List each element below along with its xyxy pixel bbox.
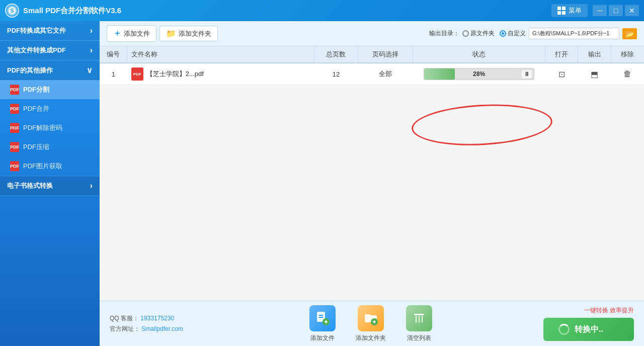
- grid-icon: [557, 7, 566, 15]
- cell-pages: 12: [314, 63, 358, 85]
- menu-button[interactable]: 菜单: [551, 4, 588, 17]
- cell-num: 1: [100, 63, 127, 85]
- col-header-open: 打开: [545, 46, 578, 63]
- bottom-bar: QQ 客服： 1933175230 官方网址： Smallpdfer.com: [100, 301, 644, 346]
- content-area: ＋ 添加文件 📁 添加文件夹 输出目录： 原文件夹: [100, 21, 644, 346]
- sidebar-group-label: PDF的其他操作: [7, 66, 53, 75]
- bottom-clear-button[interactable]: 清空列表: [406, 305, 432, 342]
- svg-rect-8: [374, 320, 375, 323]
- sidebar-group-label: 电子书格式转换: [7, 181, 53, 190]
- add-folder-button[interactable]: 📁 添加文件夹: [159, 26, 218, 41]
- sidebar-item-pdf-merge[interactable]: PDF PDF合并: [0, 99, 100, 118]
- sidebar-item-label: PDF合并: [23, 104, 49, 113]
- website-label: 官方网址：: [110, 325, 140, 332]
- open-file-icon[interactable]: ⊡: [555, 68, 568, 80]
- content-main: ＋ 添加文件 📁 添加文件夹 输出目录： 原文件夹: [100, 21, 644, 301]
- sidebar: PDF转换成其它文件 › 其他文件转换成PDF › PDF的其他操作 ∨ PDF…: [0, 21, 100, 346]
- title-bar: S Small PDF合并分割软件V3.6 菜单 ─ □ ✕: [0, 0, 644, 21]
- sidebar-group-header-ebook[interactable]: 电子书格式转换 ›: [0, 176, 100, 195]
- sidebar-item-label: PDF压缩: [23, 143, 49, 152]
- sidebar-group-pdf-operations: PDF的其他操作 ∨ PDF PDF分割 PDF PDF合并 PDF PDF解除…: [0, 60, 100, 176]
- convert-btn-label: 转换中..: [575, 324, 603, 335]
- sidebar-group-header-to-pdf[interactable]: 其他文件转换成PDF ›: [0, 41, 100, 60]
- remove-file-icon[interactable]: 🗑: [621, 68, 633, 80]
- radio-custom-label: 自定义: [508, 29, 526, 38]
- radio-group: 原文件夹 自定义: [462, 29, 526, 38]
- pdf-merge-icon: PDF: [10, 104, 19, 114]
- toolbar: ＋ 添加文件 📁 添加文件夹 输出目录： 原文件夹: [100, 21, 644, 46]
- svg-rect-10: [416, 316, 417, 323]
- website-info: 官方网址： Smallpdfer.com: [110, 325, 183, 333]
- sidebar-group-header-pdf-convert[interactable]: PDF转换成其它文件 ›: [0, 21, 100, 40]
- chevron-right-icon: ›: [90, 181, 93, 190]
- cell-remove: 🗑: [611, 63, 644, 85]
- file-table-wrapper: 编号 文件名称 总页数 页码选择 状态 打开 输出 移除 1: [100, 46, 644, 301]
- convert-button[interactable]: 转换中..: [543, 318, 634, 341]
- cell-pagesel: 全部: [358, 63, 413, 85]
- output-file-icon[interactable]: ⬒: [589, 68, 601, 80]
- pdf-compress-icon: PDF: [10, 142, 19, 152]
- convert-section: 一键转换 效率提升 转换中..: [543, 306, 634, 341]
- cell-open: ⊡: [545, 63, 578, 85]
- annotation-oval: [411, 101, 553, 149]
- radio-custom[interactable]: 自定义: [500, 29, 526, 38]
- app-logo: S: [5, 4, 19, 18]
- maximize-button[interactable]: □: [609, 5, 623, 16]
- bottom-add-file-button[interactable]: 添加文件: [309, 305, 336, 342]
- sidebar-item-label: PDF图片获取: [23, 162, 62, 171]
- add-folder-label: 添加文件夹: [179, 29, 211, 38]
- radio-circle-custom: [500, 30, 506, 37]
- radio-circle-original: [462, 30, 469, 37]
- chevron-right-icon: ›: [90, 46, 93, 55]
- add-file-button[interactable]: ＋ 添加文件: [107, 25, 156, 42]
- convert-hint: 一键转换 效率提升: [584, 306, 634, 315]
- col-header-name: 文件名称: [127, 46, 314, 63]
- sidebar-item-pdf-image[interactable]: PDF PDF图片获取: [0, 157, 100, 176]
- col-header-output: 输出: [578, 46, 611, 63]
- cell-status: 28% ⏸: [413, 63, 545, 85]
- bottom-add-folder-label: 添加文件夹: [356, 334, 386, 342]
- bottom-add-folder-button[interactable]: 添加文件夹: [356, 305, 386, 342]
- output-path-display: G:\教程\SMALLP~1.6\PDF分~1: [529, 28, 619, 39]
- qq-label: QQ 客服：: [110, 315, 139, 322]
- svg-rect-13: [414, 314, 424, 315]
- progress-pause-button[interactable]: ⏸: [522, 70, 532, 78]
- svg-rect-11: [419, 316, 420, 323]
- bottom-add-file-label: 添加文件: [310, 334, 335, 342]
- sidebar-item-pdf-compress[interactable]: PDF PDF压缩: [0, 137, 100, 157]
- website-link[interactable]: Smallpdfer.com: [141, 325, 183, 332]
- file-table: 编号 文件名称 总页数 页码选择 状态 打开 输出 移除 1: [100, 46, 644, 85]
- sidebar-group-pdf-convert: PDF转换成其它文件 ›: [0, 21, 100, 41]
- col-header-num: 编号: [100, 46, 127, 63]
- plus-icon: ＋: [113, 28, 121, 39]
- clear-list-bottom-icon: [406, 305, 432, 331]
- sidebar-item-pdf-split[interactable]: PDF PDF分割: [0, 80, 100, 99]
- sidebar-item-pdf-unlock[interactable]: PDF PDF解除密码: [0, 118, 100, 137]
- svg-rect-1: [319, 315, 323, 316]
- sidebar-group-ebook: 电子书格式转换 ›: [0, 176, 100, 196]
- sidebar-group-label: PDF转换成其它文件: [7, 26, 66, 35]
- sidebar-group-to-pdf: 其他文件转换成PDF ›: [0, 41, 100, 60]
- radio-original[interactable]: 原文件夹: [462, 29, 495, 38]
- add-file-bottom-icon: [309, 305, 336, 331]
- browse-folder-button[interactable]: 📂: [622, 28, 637, 39]
- svg-rect-5: [326, 320, 327, 323]
- svg-rect-2: [319, 317, 323, 318]
- minimize-button[interactable]: ─: [593, 5, 607, 16]
- progress-fill: [424, 68, 455, 80]
- loading-spinner-icon: [558, 324, 570, 335]
- window-controls: ─ □ ✕: [593, 5, 639, 16]
- col-header-remove: 移除: [611, 46, 644, 63]
- progress-text: 28%: [473, 71, 485, 78]
- col-header-pagesel: 页码选择: [358, 46, 413, 63]
- table-row: 1 PDF 【芝士学院】2...pdf 12 全部: [100, 63, 644, 85]
- sidebar-group-header-pdf-operations[interactable]: PDF的其他操作 ∨: [0, 60, 100, 80]
- output-section: 输出目录： 原文件夹 自定义 G:\教程\SMALLP~1.6\PDF分~1 📂: [429, 28, 637, 39]
- close-button[interactable]: ✕: [625, 5, 639, 16]
- cell-filename: PDF 【芝士学院】2...pdf: [127, 63, 314, 85]
- pdf-split-icon: PDF: [10, 85, 19, 95]
- table-header: 编号 文件名称 总页数 页码选择 状态 打开 输出 移除: [100, 46, 644, 63]
- qq-number[interactable]: 1933175230: [140, 315, 174, 322]
- output-label: 输出目录：: [429, 29, 459, 38]
- folder-icon: 📁: [166, 29, 176, 38]
